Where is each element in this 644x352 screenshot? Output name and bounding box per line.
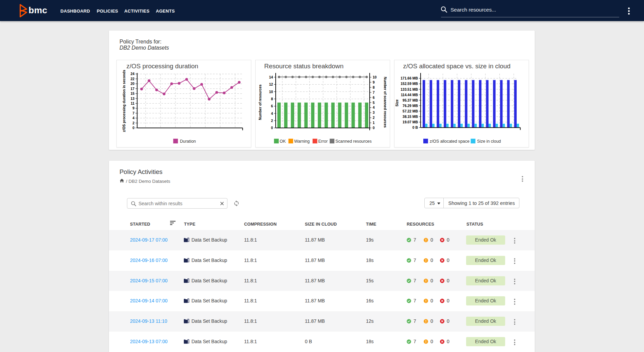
svg-text:1: 1: [373, 121, 375, 125]
svg-text:Number of resources: Number of resources: [258, 84, 262, 120]
svg-text:3: 3: [373, 111, 375, 115]
svg-text:0: 0: [373, 126, 375, 130]
svg-text:2: 2: [373, 116, 375, 120]
svg-text:19.07 MB: 19.07 MB: [403, 120, 418, 124]
svg-text:Warning: Warning: [294, 139, 310, 144]
svg-text:z/OS processing duration in se: z/OS processing duration in seconds: [122, 70, 126, 132]
svg-text:Size in cloud: Size in cloud: [477, 139, 501, 144]
svg-text:133.51 MB: 133.51 MB: [401, 88, 418, 91]
svg-text:114.44 MB: 114.44 MB: [401, 93, 418, 97]
svg-text:57.22 MB: 57.22 MB: [403, 109, 418, 113]
svg-text:171.66 MB: 171.66 MB: [401, 76, 418, 80]
svg-text:Duration: Duration: [180, 139, 196, 144]
svg-text:8: 8: [373, 86, 375, 89]
svg-text:Number of scanned resources: Number of scanned resources: [383, 77, 387, 128]
svg-text:Scanned resources: Scanned resources: [335, 139, 372, 144]
svg-text:4: 4: [271, 112, 273, 116]
svg-text:z/OS allocated space vs. size: z/OS allocated space vs. size in cloud: [403, 63, 510, 70]
svg-text:4: 4: [132, 116, 134, 120]
svg-text:22: 22: [131, 77, 135, 81]
svg-text:10: 10: [373, 75, 377, 79]
svg-text:24: 24: [131, 72, 135, 76]
svg-text:6: 6: [271, 104, 273, 108]
svg-text:4: 4: [373, 106, 375, 109]
svg-text:13: 13: [131, 97, 135, 101]
svg-text:2: 2: [132, 121, 134, 125]
svg-text:z/OS allocated space: z/OS allocated space: [430, 139, 470, 144]
svg-text:8: 8: [271, 97, 273, 101]
svg-text:2: 2: [271, 119, 273, 123]
svg-text:Error: Error: [318, 139, 328, 144]
svg-text:Size: Size: [395, 99, 399, 106]
svg-text:12: 12: [269, 83, 273, 86]
svg-text:11: 11: [131, 102, 134, 105]
svg-text:0 B: 0 B: [412, 126, 418, 129]
svg-text:7: 7: [373, 91, 375, 94]
svg-text:5: 5: [373, 101, 375, 105]
svg-text:9: 9: [373, 81, 375, 84]
svg-text:20: 20: [131, 82, 135, 86]
svg-text:0: 0: [271, 126, 273, 130]
svg-text:7: 7: [132, 111, 134, 115]
svg-text:14: 14: [269, 75, 273, 79]
svg-text:76.29 MB: 76.29 MB: [403, 104, 418, 108]
svg-text:152.59 MB: 152.59 MB: [401, 82, 418, 86]
svg-text:38.15 MB: 38.15 MB: [403, 115, 418, 119]
svg-text:95.37 MB: 95.37 MB: [403, 99, 418, 102]
svg-text:9: 9: [132, 106, 134, 110]
svg-text:0: 0: [132, 126, 134, 130]
svg-text:OK: OK: [280, 139, 286, 144]
svg-text:15: 15: [131, 92, 135, 95]
svg-text:17: 17: [131, 87, 135, 91]
svg-text:Resource status breakdown: Resource status breakdown: [264, 63, 344, 70]
svg-text:10: 10: [269, 90, 273, 94]
svg-text:6: 6: [373, 96, 375, 100]
svg-text:z/OS processing duration: z/OS processing duration: [126, 63, 198, 70]
